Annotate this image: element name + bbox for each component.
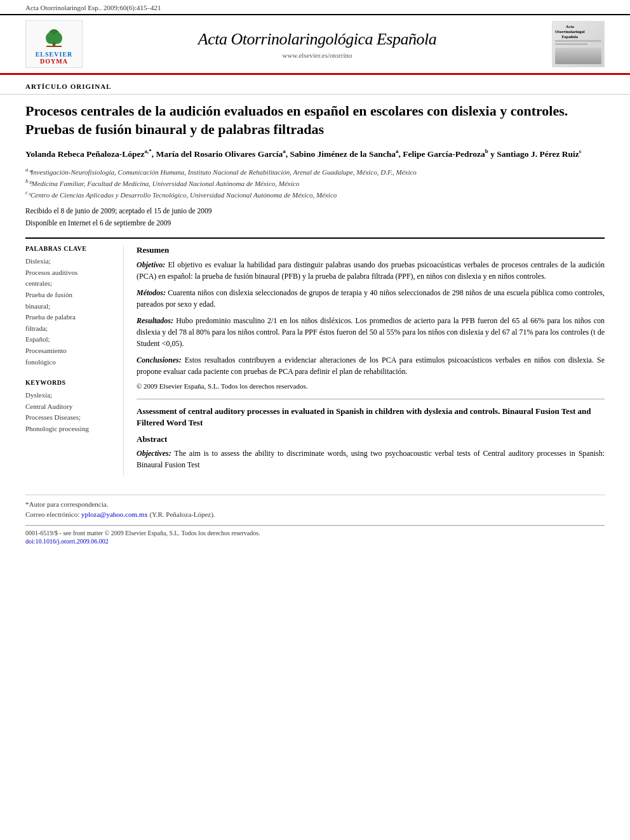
keyword-es-1: Dislexia;: [25, 256, 114, 267]
keywords-header-es: PALABRAS CLAVE: [25, 245, 114, 252]
keywords-section-en: KEYWORDS Dyslexia; Central Auditory Proc…: [25, 379, 114, 434]
conclusiones-paragraph: Conclusiones: Estos resultados contribuy…: [137, 354, 605, 377]
abstract-col: Resumen Objetivo: El objetivo es evaluar…: [137, 245, 605, 475]
resultados-paragraph: Resultados: Hubo predominio masculino 2/…: [137, 315, 605, 349]
mini-cover-image: [555, 48, 601, 64]
affiliations: aᵃInvestigación-Neurofisiología, Comunic…: [25, 166, 605, 200]
footer-section: *Autor para correspondencia. Correo elec…: [25, 495, 605, 520]
objetivo-text: El objetivo es evaluar la habilidad para…: [137, 260, 605, 281]
affiliation-a: aᵃInvestigación-Neurofisiología, Comunic…: [25, 166, 605, 177]
resumen-title: Resumen: [137, 245, 605, 255]
resultados-text: Hubo predominio masculino 2/1 en los niñ…: [137, 316, 605, 348]
footer-star-note: *Autor para correspondencia.: [25, 499, 605, 510]
affiliation-c: cᶜCentro de Ciencias Aplicadas y Desarro…: [25, 189, 605, 200]
date-available: Disponible en Internet el 6 de septiembr…: [25, 217, 605, 229]
keyword-es-5: Español;: [25, 334, 114, 345]
conclusiones-label: Conclusiones:: [137, 356, 182, 364]
two-col-section: PALABRAS CLAVE Dislexia; Procesos auditi…: [25, 237, 605, 475]
english-title: Assessment of central auditory processes…: [137, 406, 605, 429]
affiliation-b-text: ᵇMedicina Familiar, Facultad de Medicina…: [29, 180, 300, 187]
keyword-es-3b: binaural;: [25, 301, 114, 312]
footer-email-label: Correo electrónico:: [25, 510, 79, 518]
footer-email-line: Correo electrónico: yploza@yahoo.com.mx …: [25, 509, 605, 520]
mini-cover-title: ActaOtorrinolaringolEspañola: [555, 24, 585, 39]
english-section: Assessment of central auditory processes…: [137, 399, 605, 470]
keyword-es-6b: fonológico: [25, 357, 114, 368]
objectives-text: The aim is to assess the ability to disc…: [137, 449, 605, 469]
footer-email-link[interactable]: yploza@yahoo.com.mx: [81, 510, 148, 518]
objetivo-label: Objetivo:: [137, 260, 165, 269]
svg-rect-4: [46, 46, 62, 47]
journal-header: ELSEVIER DOYMA Acta Otorrinolaringológic…: [0, 15, 630, 75]
keywords-col: PALABRAS CLAVE Dislexia; Procesos auditi…: [25, 245, 124, 475]
abstract-label-en: Abstract: [137, 434, 605, 444]
metodos-label: Métodos:: [137, 288, 166, 297]
keyword-en-2b: Processes Diseases;: [25, 412, 114, 423]
journal-ref-bar: Acta Otorrinolaringol Esp.. 2009;60(6):4…: [0, 0, 630, 15]
elsevier-label: ELSEVIER: [36, 51, 73, 58]
svg-point-2: [46, 32, 55, 44]
keyword-es-4b: filtrada;: [25, 323, 114, 335]
keyword-es-3: Prueba de fusión: [25, 290, 114, 301]
conclusiones-text: Estos resultados contribuyen a evidencia…: [137, 356, 605, 376]
journal-cover-logo: ActaOtorrinolaringolEspañola: [552, 21, 605, 67]
journal-website: www.elsevier.es/otorrino: [89, 51, 546, 59]
doyma-label: DOYMA: [40, 58, 68, 65]
affiliation-a-text: ᵃInvestigación-Neurofisiología, Comunica…: [29, 168, 417, 176]
elsevier-tree-icon: [41, 24, 67, 50]
mini-cover-lines: [555, 40, 601, 46]
keyword-es-2: Procesos auditivos: [25, 267, 114, 279]
copyright-text: © 2009 Elsevier España, S.L. Todos los d…: [137, 382, 605, 390]
keyword-en-3: Phonologic processing: [25, 423, 114, 435]
keyword-es-6: Procesamiento: [25, 345, 114, 357]
footer-bottom-line1: 0001-6519/$ - see front matter © 2009 El…: [25, 528, 605, 538]
journal-ref-text: Acta Otorrinolaringol Esp.. 2009;60(6):4…: [25, 4, 161, 11]
page-container: Acta Otorrinolaringol Esp.. 2009;60(6):4…: [0, 0, 630, 840]
keywords-section-es: PALABRAS CLAVE Dislexia; Procesos auditi…: [25, 245, 114, 368]
keyword-en-2: Central Auditory: [25, 401, 114, 413]
article-content: Procesos centrales de la audición evalua…: [0, 95, 630, 488]
objectives-label: Objectives:: [137, 449, 171, 458]
footer-star-note-text: *Autor para correspondencia.: [25, 500, 108, 508]
journal-main-title: Acta Otorrinolaringológica Española: [89, 30, 546, 49]
objetivo-paragraph: Objetivo: El objetivo es evaluar la habi…: [137, 259, 605, 282]
elsevier-doyma-logo: ELSEVIER DOYMA: [25, 20, 83, 68]
article-type-text: ARTÍCULO ORIGINAL: [25, 83, 112, 90]
affiliation-b: bᵇMedicina Familiar, Facultad de Medicin…: [25, 177, 605, 189]
keyword-es-2b: centrales;: [25, 278, 114, 290]
keywords-header-en: KEYWORDS: [25, 379, 114, 386]
article-title: Procesos centrales de la audición evalua…: [25, 102, 605, 138]
objectives-paragraph: Objectives: The aim is to assess the abi…: [137, 448, 605, 470]
date-received: Recibido el 8 de junio de 2009; aceptado…: [25, 205, 605, 217]
affiliation-c-text: ᶜCentro de Ciencias Aplicadas y Desarrol…: [28, 191, 337, 199]
metodos-paragraph: Métodos: Cuarenta niños con dislexia sel…: [137, 287, 605, 310]
svg-point-3: [53, 32, 62, 44]
footer-email-author: (Y.R. Peñaloza-López).: [150, 510, 215, 518]
keyword-es-4: Prueba de palabra: [25, 312, 114, 323]
footer-bottom: 0001-6519/$ - see front matter © 2009 El…: [25, 525, 605, 549]
metodos-text: Cuarenta niños con dislexia seleccionado…: [137, 288, 605, 309]
dates-section: Recibido el 8 de junio de 2009; aceptado…: [25, 205, 605, 229]
article-type-label: ARTÍCULO ORIGINAL: [0, 75, 630, 95]
footer-doi[interactable]: doi:10.1016/j.otorri.2009.06.002: [25, 538, 605, 545]
authors-line: Yolanda Rebeca Peñaloza-Lópeza,*, María …: [25, 147, 605, 161]
resultados-label: Resultados:: [137, 316, 173, 325]
keyword-en-1: Dyslexia;: [25, 390, 114, 401]
journal-title-center: Acta Otorrinolaringológica Española www.…: [89, 30, 546, 59]
